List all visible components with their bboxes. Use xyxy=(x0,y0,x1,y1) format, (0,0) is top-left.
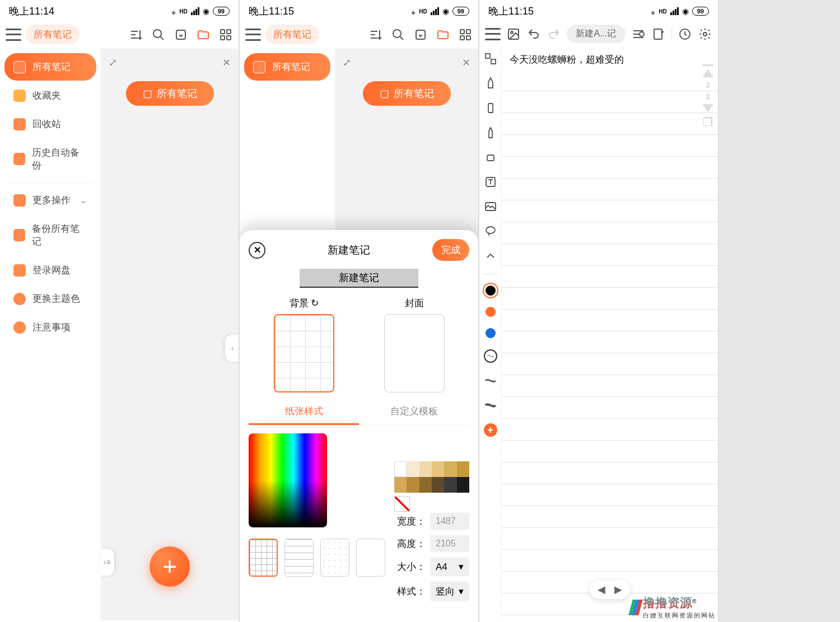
swatch[interactable] xyxy=(457,461,469,477)
refresh-icon[interactable]: ↻ xyxy=(311,297,319,309)
breadcrumb[interactable]: 新建A...记 xyxy=(567,25,626,43)
swatch[interactable] xyxy=(432,461,444,477)
folder-chip[interactable]: ▢所有笔记 xyxy=(126,81,214,106)
sort-icon[interactable] xyxy=(129,27,143,42)
sidebar-label: 登录网盘 xyxy=(32,264,71,277)
collapse-icon[interactable]: ⤢ xyxy=(343,57,351,69)
size-select[interactable]: A4▾ xyxy=(430,558,469,576)
tab-custom-template[interactable]: 自定义模板 xyxy=(359,399,469,425)
insert-image-icon[interactable] xyxy=(484,200,497,213)
stroke-thin-icon[interactable] xyxy=(484,349,497,363)
tab-paper-style[interactable]: 纸张样式 xyxy=(249,399,359,425)
pencil-tool-icon[interactable] xyxy=(484,126,497,139)
note-name-field[interactable]: 新建笔记 xyxy=(249,269,469,288)
image-icon[interactable] xyxy=(506,27,521,41)
pattern-dots[interactable] xyxy=(320,539,349,577)
sidebar-item-backup-history[interactable]: 历史自动备份 xyxy=(4,139,96,179)
layer-up-icon[interactable] xyxy=(702,69,713,77)
sidebar-item-all-notes[interactable]: 所有笔记 xyxy=(244,53,330,81)
color-blue[interactable] xyxy=(486,328,496,338)
undo-icon[interactable] xyxy=(526,27,541,41)
swatch[interactable] xyxy=(394,477,407,493)
swatch[interactable] xyxy=(432,477,444,493)
search-icon[interactable] xyxy=(391,27,405,42)
color-orange[interactable] xyxy=(486,307,496,317)
search-icon[interactable] xyxy=(151,27,166,42)
add-note-fab[interactable]: + xyxy=(150,546,190,587)
orient-label: 样式： xyxy=(394,585,426,598)
notes-icon xyxy=(13,61,26,73)
add-page-icon[interactable] xyxy=(651,27,666,41)
close-modal-button[interactable]: ✕ xyxy=(249,242,265,259)
collapse-icon[interactable]: ⤢ xyxy=(109,57,117,69)
color-spectrum-picker[interactable] xyxy=(249,433,327,527)
edge-handle-right[interactable]: ‹ xyxy=(225,335,240,362)
grid-icon[interactable] xyxy=(458,27,473,42)
eraser-tool-icon[interactable] xyxy=(484,151,497,164)
sidebar-item-all-notes[interactable]: 所有笔记 xyxy=(4,53,96,81)
swatch[interactable] xyxy=(407,477,419,493)
sort-icon[interactable] xyxy=(368,27,383,42)
color-black[interactable] xyxy=(486,286,496,296)
close-icon[interactable]: ✕ xyxy=(222,57,231,69)
folder-icon[interactable] xyxy=(436,27,450,42)
clock-icon[interactable] xyxy=(678,27,692,41)
swatch[interactable] xyxy=(407,461,419,477)
swatch[interactable] xyxy=(419,477,432,493)
folder-icon[interactable] xyxy=(196,27,211,42)
menu-icon[interactable] xyxy=(485,28,501,40)
shape-tool-icon[interactable] xyxy=(484,52,497,66)
layers-icon[interactable]: ❒ xyxy=(703,115,713,129)
collapse-up-icon[interactable] xyxy=(484,249,497,263)
prev-page-icon[interactable]: ◀ xyxy=(598,583,605,596)
pen-tool-icon[interactable] xyxy=(484,77,497,90)
text-tool-icon[interactable] xyxy=(484,175,497,189)
background-preview-box[interactable]: 背景↻ xyxy=(274,297,334,392)
notebook-selector[interactable]: 所有笔记 xyxy=(26,25,80,44)
lasso-tool-icon[interactable] xyxy=(484,225,497,238)
note-canvas[interactable]: 今天没吃螺蛳粉，超难受的 2 2 ❒ ◀ ▶ xyxy=(502,48,718,619)
archive-icon[interactable] xyxy=(413,27,428,42)
folder-chip[interactable]: ▢所有笔记 xyxy=(363,81,451,106)
next-page-icon[interactable]: ▶ xyxy=(614,583,622,596)
grid-icon[interactable] xyxy=(218,27,233,42)
status-icons: ⁎ HD ◉ 99 xyxy=(171,6,230,17)
swatch[interactable] xyxy=(457,477,469,493)
archive-icon[interactable] xyxy=(174,27,188,42)
sidebar-item-theme[interactable]: 更换主题色 xyxy=(4,285,96,312)
height-input[interactable]: 2105 xyxy=(430,535,469,552)
swatch[interactable] xyxy=(394,461,407,477)
menu-icon[interactable] xyxy=(6,29,21,41)
pattern-blank[interactable] xyxy=(356,539,385,577)
width-input[interactable]: 1487 xyxy=(430,513,469,530)
orient-select[interactable]: 竖向▾ xyxy=(430,582,469,601)
close-icon[interactable]: ✕ xyxy=(462,57,470,69)
stroke-thick-icon[interactable] xyxy=(484,399,497,412)
pattern-grid[interactable] xyxy=(249,539,278,577)
notebook-selector[interactable]: 所有笔记 xyxy=(265,25,319,44)
sidebar-item-notice[interactable]: 注意事项 xyxy=(4,314,96,341)
find-icon[interactable] xyxy=(631,27,646,41)
swatch[interactable] xyxy=(419,461,432,477)
marker-tool-icon[interactable] xyxy=(484,101,497,115)
sidebar-item-more[interactable]: 更多操作⌄ xyxy=(4,186,96,214)
sidebar-item-trash[interactable]: 回收站 xyxy=(4,110,96,138)
swatch[interactable] xyxy=(444,477,456,493)
cover-preview-box[interactable]: 封面 xyxy=(384,297,445,392)
page-nav[interactable]: ◀ ▶ xyxy=(590,580,630,599)
add-tool-button[interactable]: + xyxy=(484,423,497,437)
sidebar-item-cloud[interactable]: 登录网盘 xyxy=(4,256,96,284)
sidebar-item-favorites[interactable]: 收藏夹 xyxy=(4,82,96,109)
redo-icon[interactable] xyxy=(547,27,561,41)
edge-handle-left[interactable]: ‹≡ xyxy=(100,549,114,576)
sidebar-item-backup-all[interactable]: 备份所有笔记 xyxy=(4,215,96,255)
menu-icon[interactable] xyxy=(245,29,261,41)
swatch[interactable] xyxy=(444,461,456,477)
note-text-content[interactable]: 今天没吃螺蛳粉，超难受的 xyxy=(502,50,718,69)
no-color-swatch[interactable] xyxy=(394,496,410,512)
stroke-med-icon[interactable] xyxy=(484,374,497,387)
settings-icon[interactable] xyxy=(698,27,712,41)
pattern-lines[interactable] xyxy=(284,539,314,577)
done-button[interactable]: 完成 xyxy=(432,239,469,261)
layer-down-icon[interactable] xyxy=(702,104,713,112)
